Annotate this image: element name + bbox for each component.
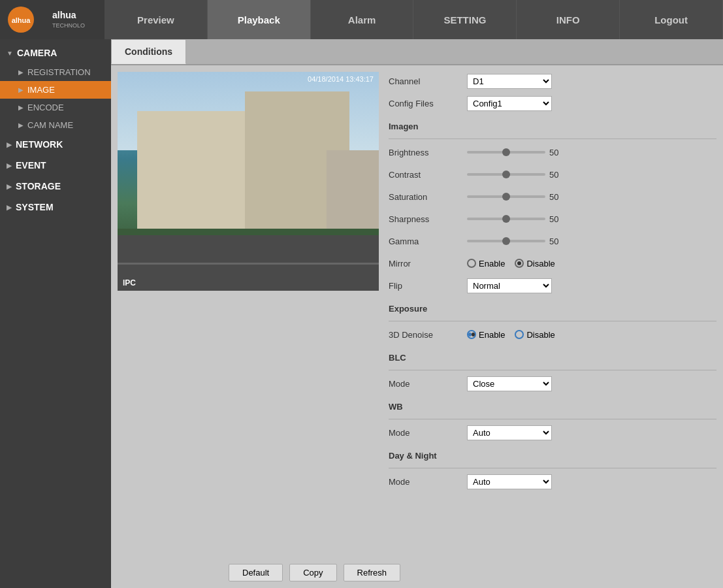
nav-setting[interactable]: SETTING xyxy=(413,0,517,39)
denoise-disable-label: Disable xyxy=(526,330,554,340)
blc-section-row: BLC xyxy=(389,348,716,366)
gamma-row: Gamma 50 xyxy=(389,232,716,250)
daynight-mode-row: Mode AutoColorB/W xyxy=(389,472,716,491)
event-arrow-icon: ▶ xyxy=(7,162,12,169)
image-arrow-icon: ▶ xyxy=(18,86,24,93)
wb-mode-control: AutoManualIndoorOutdoor xyxy=(467,425,716,440)
default-button[interactable]: Default xyxy=(229,564,283,581)
mirror-enable-label: Enable xyxy=(479,259,505,269)
brightness-slider[interactable] xyxy=(467,151,545,154)
exposure-divider xyxy=(389,321,716,321)
denoise-label: 3D Denoise xyxy=(389,330,467,340)
gamma-slider[interactable] xyxy=(467,240,545,242)
sidebar-item-image[interactable]: ▶ IMAGE xyxy=(0,81,111,99)
sidebar-section-camera[interactable]: ▼ CAMERA xyxy=(0,42,111,63)
channel-row: Channel D1D2D3D4 xyxy=(389,72,716,90)
mirror-disable-radio[interactable]: Disable xyxy=(515,259,554,269)
sidebar-section-storage[interactable]: ▶ STORAGE xyxy=(0,176,111,197)
denoise-disable-circle xyxy=(515,330,524,339)
imagen-divider xyxy=(389,139,716,139)
config-files-row: Config Files Config1Config2Config3 xyxy=(389,94,716,112)
config-files-select[interactable]: Config1Config2Config3 xyxy=(467,96,552,111)
reg-arrow-icon: ▶ xyxy=(18,69,24,76)
nav: Preview Playback Alarm SETTING INFO Logo… xyxy=(104,0,723,39)
wb-label: WB xyxy=(389,402,467,412)
channel-select[interactable]: D1D2D3D4 xyxy=(467,74,552,89)
blc-divider xyxy=(389,370,716,370)
storage-arrow-icon: ▶ xyxy=(7,183,12,190)
flip-label: Flip xyxy=(389,281,467,291)
header: alhua alhua TECHNOLOGY Preview Playback … xyxy=(0,0,723,39)
nav-info[interactable]: INFO xyxy=(517,0,620,39)
nav-playback[interactable]: Playback xyxy=(208,0,311,39)
nav-logout[interactable]: Logout xyxy=(620,0,723,39)
sharpness-slider[interactable] xyxy=(467,218,545,220)
config-files-label: Config Files xyxy=(389,99,467,108)
svg-text:alhua: alhua xyxy=(52,10,76,20)
nav-alarm[interactable]: Alarm xyxy=(311,0,414,39)
blc-mode-control: CloseBLCHLCWDR xyxy=(467,376,716,391)
gamma-value: 50 xyxy=(549,237,566,246)
sidebar-item-camname[interactable]: ▶ CAM NAME xyxy=(0,116,111,134)
system-arrow-icon: ▶ xyxy=(7,204,12,211)
exposure-label: Exposure xyxy=(389,304,467,314)
mirror-row: Mirror Enable Disable xyxy=(389,254,716,272)
flip-control: NormalFlipMirror180° xyxy=(467,278,716,293)
daynight-divider xyxy=(389,468,716,468)
denoise-disable-radio[interactable]: Disable xyxy=(515,330,554,340)
daynight-mode-select[interactable]: AutoColorB/W xyxy=(467,474,552,489)
wb-divider xyxy=(389,419,716,419)
camname-arrow-icon: ▶ xyxy=(18,122,24,129)
bottom-buttons: Default Copy Refresh xyxy=(222,557,407,588)
sidebar-section-network[interactable]: ▶ NETWORK xyxy=(0,134,111,155)
sharpness-label: Sharpness xyxy=(389,214,467,224)
sharpness-row: Sharpness 50 xyxy=(389,210,716,228)
contrast-slider[interactable] xyxy=(467,173,545,176)
wb-mode-select[interactable]: AutoManualIndoorOutdoor xyxy=(467,425,552,440)
nav-preview[interactable]: Preview xyxy=(104,0,208,39)
sharpness-value: 50 xyxy=(549,214,566,224)
channel-label: Channel xyxy=(389,76,467,86)
saturation-label: Saturation xyxy=(389,192,467,202)
wb-mode-label: Mode xyxy=(389,428,467,438)
saturation-slider[interactable] xyxy=(467,195,545,198)
sidebar-item-encode[interactable]: ▶ ENCODE xyxy=(0,99,111,116)
building-3 xyxy=(327,150,379,235)
tab-conditions[interactable]: Conditions xyxy=(111,39,186,64)
blc-mode-label: Mode xyxy=(389,379,467,389)
denoise-enable-circle xyxy=(467,330,476,339)
sidebar-section-system[interactable]: ▶ SYSTEM xyxy=(0,197,111,218)
contrast-value: 50 xyxy=(549,170,566,180)
svg-text:TECHNOLOGY: TECHNOLOGY xyxy=(52,22,85,29)
daynight-label: Day & Night xyxy=(389,451,467,461)
denoise-enable-radio[interactable]: Enable xyxy=(467,330,505,340)
preview-timestamp: 04/18/2014 13:43:17 xyxy=(308,75,374,83)
refresh-button[interactable]: Refresh xyxy=(344,564,401,581)
svg-text:alhua: alhua xyxy=(12,16,31,24)
sidebar-item-registration[interactable]: ▶ REGISTRATION xyxy=(0,63,111,81)
config-files-control: Config1Config2Config3 xyxy=(467,96,716,111)
denoise-row: 3D Denoise Enable Disable xyxy=(389,325,716,344)
blc-mode-row: Mode CloseBLCHLCWDR xyxy=(389,374,716,393)
sidebar-section-event[interactable]: ▶ EVENT xyxy=(0,155,111,176)
wb-section-row: WB xyxy=(389,397,716,415)
denoise-enable-label: Enable xyxy=(479,330,505,340)
denoise-control: Enable Disable xyxy=(467,330,716,340)
blc-label: BLC xyxy=(389,353,467,363)
content: Conditions xyxy=(111,39,723,588)
camera-arrow-icon: ▼ xyxy=(7,50,13,57)
daynight-mode-label: Mode xyxy=(389,477,467,487)
logo: alhua alhua TECHNOLOGY xyxy=(0,5,104,35)
imagen-row: Imagen xyxy=(389,116,716,135)
dahua-logo: alhua alhua TECHNOLOGY xyxy=(7,5,85,35)
brightness-value: 50 xyxy=(549,148,566,157)
mirror-disable-circle xyxy=(515,259,524,268)
daynight-section-row: Day & Night xyxy=(389,446,716,464)
mirror-label: Mirror xyxy=(389,259,467,269)
flip-select[interactable]: NormalFlipMirror180° xyxy=(467,278,552,293)
mirror-enable-radio[interactable]: Enable xyxy=(467,259,505,269)
copy-button[interactable]: Copy xyxy=(289,564,336,581)
sidebar: ▼ CAMERA ▶ REGISTRATION ▶ IMAGE ▶ ENCODE… xyxy=(0,39,111,588)
mirror-enable-circle xyxy=(467,259,476,268)
blc-mode-select[interactable]: CloseBLCHLCWDR xyxy=(467,376,552,391)
